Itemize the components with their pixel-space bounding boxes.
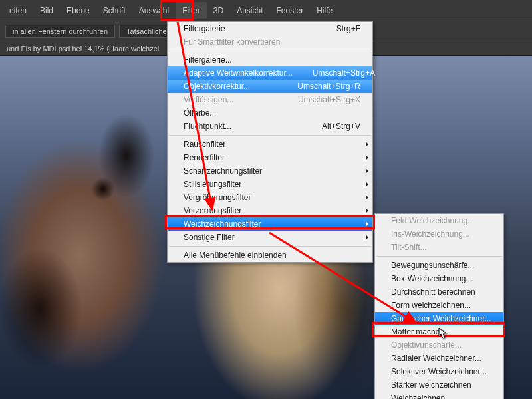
menu-item-label: Ölfarbe... — [184, 108, 216, 118]
menu-item-label: Sonstige Filter — [184, 233, 235, 242]
menu-item-label: Rauschfilter — [184, 140, 225, 149]
filter-menu-item-14[interactable]: Vergröberungsfilter — [168, 191, 372, 204]
menu-item-label: Radialer Weichzeichner... — [391, 354, 481, 363]
blur-submenu-item-9[interactable]: Matter machen... — [375, 325, 503, 338]
filter-menu-item-15[interactable]: Verzerrungsfilter — [168, 204, 372, 217]
menu-item-label: Vergröberungsfilter — [184, 193, 251, 202]
menu-3d[interactable]: 3D — [207, 2, 230, 19]
menu-item-label: Iris-Weichzeichnung... — [391, 229, 469, 239]
menu-item-label: Adaptive Weitwinkelkorrektur... — [184, 68, 293, 78]
menu-item-shortcut: Umschalt+Strg+R — [277, 82, 360, 91]
menu-item-label: Verflüssigen... — [184, 95, 233, 104]
menu-separator — [169, 246, 371, 247]
blur-submenu-item-8[interactable]: Gaußscher Weichzeichner... — [375, 312, 503, 325]
menubar: eiten Bild Ebene Schrift Auswahl Filter … — [0, 0, 532, 21]
blur-submenu-item-5[interactable]: Box-Weichzeichnung... — [375, 272, 503, 285]
menu-separator — [169, 51, 371, 51]
filter-menu: FiltergalerieStrg+FFür Smartfilter konve… — [167, 21, 373, 263]
filter-menu-item-3[interactable]: Filtergalerie... — [168, 53, 372, 66]
menu-item-label: Form weichzeichnen... — [391, 301, 471, 310]
blur-submenu-item-12[interactable]: Selektiver Weichzeichner... — [375, 365, 503, 378]
blur-submenu-item-0: Feld-Weichzeichnung... — [375, 214, 503, 227]
menu-eiten[interactable]: eiten — [3, 2, 33, 19]
menu-item-label: Feld-Weichzeichnung... — [391, 216, 474, 225]
blur-submenu-item-4[interactable]: Bewegungsunschärfe... — [375, 259, 503, 272]
menu-item-label: Matter machen... — [391, 327, 451, 336]
submenu-arrow-icon — [366, 142, 368, 147]
menu-item-label: Tilt-Shift... — [391, 243, 427, 252]
filter-menu-item-13[interactable]: Stilisierungsfilter — [168, 178, 372, 191]
menu-item-label: Bewegungsunschärfe... — [391, 261, 474, 270]
blur-submenu-item-6[interactable]: Durchschnitt berechnen — [375, 285, 503, 299]
submenu-arrow-icon — [366, 168, 368, 174]
menu-item-label: Weichzeichnungsfilter — [184, 219, 261, 229]
blur-submenu-item-11[interactable]: Radialer Weichzeichner... — [375, 352, 503, 365]
filter-menu-item-1: Für Smartfilter konvertieren — [168, 35, 372, 49]
blur-submenu-item-14[interactable]: Weichzeichnen — [375, 392, 503, 399]
menu-item-label: Objektivkorrektur... — [184, 82, 250, 91]
blur-submenu-item-2: Tilt-Shift... — [375, 241, 503, 254]
menu-fenster[interactable]: Fenster — [270, 2, 311, 19]
menu-item-label: Scharfzeichnungsfilter — [184, 166, 262, 176]
submenu-arrow-icon — [366, 208, 368, 213]
menu-hilfe[interactable]: Hilfe — [310, 2, 339, 19]
menu-item-label: Stilisierungsfilter — [184, 180, 241, 189]
menu-auswahl[interactable]: Auswahl — [132, 2, 176, 19]
submenu-arrow-icon — [366, 155, 368, 160]
filter-menu-item-19[interactable]: Alle Menübefehle einblenden — [168, 249, 372, 262]
menu-item-label: Fluchtpunkt... — [184, 122, 231, 131]
menu-item-label: Weichzeichnen — [391, 394, 445, 399]
menu-item-shortcut: Alt+Strg+V — [302, 122, 360, 131]
menu-item-label: Gaußscher Weichzeichner... — [391, 314, 491, 323]
filter-menu-item-4[interactable]: Adaptive Weitwinkelkorrektur...Umschalt+… — [168, 66, 372, 80]
menu-item-label: Renderfilter — [184, 153, 225, 162]
menu-item-label: Stärker weichzeichnen — [391, 380, 471, 390]
submenu-arrow-icon — [366, 221, 368, 227]
filter-menu-item-6: Verflüssigen...Umschalt+Strg+X — [168, 93, 372, 106]
menu-item-label: Alle Menübefehle einblenden — [184, 251, 287, 260]
menu-item-label: Selektiver Weichzeichner... — [391, 367, 487, 376]
blur-submenu-item-13[interactable]: Stärker weichzeichnen — [375, 378, 503, 392]
menu-schrift[interactable]: Schrift — [96, 2, 132, 19]
blur-submenu: Feld-Weichzeichnung...Iris-Weichzeichnun… — [374, 213, 504, 399]
blur-submenu-item-1: Iris-Weichzeichnung... — [375, 227, 503, 241]
submenu-arrow-icon — [366, 195, 368, 200]
toolbar-all-windows-button[interactable]: in allen Fenstern durchführen — [5, 25, 115, 38]
filter-menu-item-11[interactable]: Renderfilter — [168, 151, 372, 164]
menu-ebene[interactable]: Ebene — [60, 2, 96, 19]
menu-item-label: Verzerrungsfilter — [184, 206, 241, 215]
menu-filter[interactable]: Filter — [176, 2, 207, 19]
menu-separator — [169, 135, 371, 136]
filter-menu-item-8[interactable]: Fluchtpunkt...Alt+Strg+V — [168, 120, 372, 133]
menu-ansicht[interactable]: Ansicht — [230, 2, 269, 19]
menu-item-label: Filtergalerie — [184, 24, 225, 33]
menu-bild[interactable]: Bild — [33, 2, 60, 19]
filter-menu-item-5[interactable]: Objektivkorrektur...Umschalt+Strg+R — [168, 80, 372, 93]
filter-menu-item-7[interactable]: Ölfarbe... — [168, 106, 372, 120]
menu-item-label: Für Smartfilter konvertieren — [184, 37, 280, 47]
blur-submenu-item-10: Objektivunschärfe... — [375, 338, 503, 352]
menu-item-label: Objektivunschärfe... — [391, 340, 462, 350]
document-title: und Eis by MDI.psd bei 14,1% (Haare weic… — [7, 45, 159, 53]
filter-menu-item-10[interactable]: Rauschfilter — [168, 138, 372, 151]
menu-item-label: Box-Weichzeichnung... — [391, 274, 473, 283]
filter-menu-item-16[interactable]: Weichzeichnungsfilter — [168, 217, 372, 231]
menu-item-shortcut: Umschalt+Strg+X — [278, 95, 360, 104]
filter-menu-item-17[interactable]: Sonstige Filter — [168, 231, 372, 244]
menu-separator — [376, 256, 502, 257]
menu-item-shortcut: Strg+F — [317, 24, 360, 33]
menu-item-shortcut: Umschalt+Strg+A — [293, 68, 375, 78]
filter-menu-item-0[interactable]: FiltergalerieStrg+F — [168, 22, 372, 35]
submenu-arrow-icon — [366, 182, 368, 187]
blur-submenu-item-7[interactable]: Form weichzeichnen... — [375, 299, 503, 312]
menu-item-label: Filtergalerie... — [184, 55, 232, 65]
menu-item-label: Durchschnitt berechnen — [391, 287, 475, 297]
filter-menu-item-12[interactable]: Scharfzeichnungsfilter — [168, 164, 372, 178]
submenu-arrow-icon — [366, 235, 368, 240]
